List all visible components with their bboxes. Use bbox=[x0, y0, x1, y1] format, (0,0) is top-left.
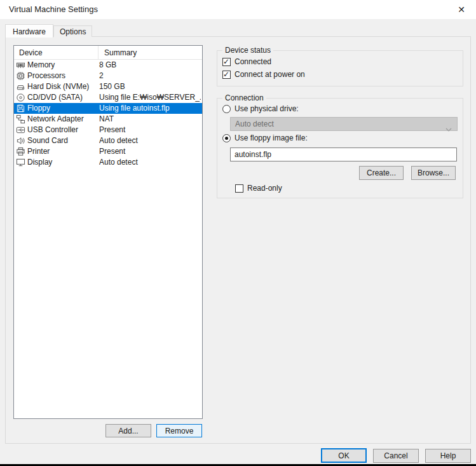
device-summary: 8 GB bbox=[99, 60, 201, 71]
list-item-processors[interactable]: Processors 2 bbox=[14, 71, 202, 81]
device-name: USB Controller bbox=[27, 125, 78, 135]
device-name: Display bbox=[27, 157, 52, 168]
connect-at-power-on-checkbox[interactable] bbox=[222, 71, 231, 79]
list-item-network-adapter[interactable]: Network Adapter NAT bbox=[14, 114, 202, 125]
device-name: Floppy bbox=[27, 103, 50, 114]
browse-button[interactable]: Browse... bbox=[411, 166, 456, 180]
device-name: Processors bbox=[27, 71, 65, 81]
close-icon[interactable]: ✕ bbox=[447, 0, 476, 19]
column-header-device: Device bbox=[19, 46, 43, 60]
read-only-checkbox-row: Read-only bbox=[235, 184, 282, 193]
tab-hardware[interactable]: Hardware bbox=[5, 24, 53, 38]
use-physical-drive-radio-row: Use physical drive: bbox=[222, 104, 299, 113]
hardware-tab-page: Device Summary Memory 8 GB Processors 2 bbox=[5, 36, 471, 444]
sound-card-icon bbox=[16, 136, 25, 146]
list-item-display[interactable]: Display Auto detect bbox=[14, 157, 202, 168]
device-summary: NAT bbox=[99, 114, 201, 125]
use-physical-drive-radio[interactable] bbox=[222, 105, 231, 113]
use-floppy-image-label: Use floppy image file: bbox=[235, 134, 308, 142]
connect-at-power-on-checkbox-row: Connect at power on bbox=[222, 70, 305, 79]
dialog-title: Virtual Machine Settings bbox=[9, 0, 98, 19]
device-summary: 2 bbox=[99, 71, 201, 81]
memory-icon bbox=[16, 60, 25, 70]
ok-button[interactable]: OK bbox=[321, 448, 367, 463]
connected-checkbox[interactable] bbox=[222, 58, 231, 66]
floppy-image-file-input[interactable] bbox=[230, 147, 457, 161]
hard-disk-icon bbox=[16, 82, 25, 92]
list-item-memory[interactable]: Memory 8 GB bbox=[14, 60, 202, 71]
device-summary: Present bbox=[99, 146, 201, 157]
list-item-hard-disk[interactable]: Hard Disk (NVMe) 150 GB bbox=[14, 81, 202, 92]
device-summary: Using file E:₩iso₩SERVER_... bbox=[99, 92, 201, 103]
connected-label: Connected bbox=[235, 57, 271, 66]
device-summary: Present bbox=[99, 125, 201, 135]
list-item-cd-dvd[interactable]: CD/DVD (SATA) Using file E:₩iso₩SERVER_.… bbox=[14, 92, 202, 103]
tab-strip: Hardware Options bbox=[5, 24, 92, 37]
list-item-usb-controller[interactable]: USB Controller Present bbox=[14, 125, 202, 135]
connection-legend: Connection bbox=[222, 93, 266, 102]
chevron-down-icon bbox=[445, 123, 452, 135]
add-device-button[interactable]: Add... bbox=[105, 424, 151, 437]
list-item-sound-card[interactable]: Sound Card Auto detect bbox=[14, 135, 202, 146]
remove-device-button[interactable]: Remove bbox=[156, 424, 202, 437]
virtual-machine-settings-dialog: Virtual Machine Settings ✕ Hardware Opti… bbox=[0, 0, 476, 466]
device-name: Memory bbox=[27, 60, 55, 71]
device-summary: Using file autoinst.flp bbox=[99, 103, 201, 114]
device-name: CD/DVD (SATA) bbox=[27, 92, 83, 103]
cancel-button[interactable]: Cancel bbox=[373, 449, 419, 463]
use-physical-drive-label: Use physical drive: bbox=[235, 104, 299, 113]
create-button[interactable]: Create... bbox=[359, 166, 404, 180]
device-status-group: Device status Connected Connect at power… bbox=[217, 50, 463, 86]
printer-icon bbox=[16, 147, 25, 156]
device-summary: Auto detect bbox=[99, 157, 201, 168]
column-divider bbox=[98, 46, 99, 60]
use-floppy-image-radio[interactable] bbox=[222, 134, 231, 142]
device-list-header: Device Summary bbox=[14, 46, 202, 60]
device-status-legend: Device status bbox=[222, 46, 273, 55]
usb-controller-icon bbox=[16, 125, 25, 135]
title-bar: Virtual Machine Settings ✕ bbox=[0, 0, 476, 19]
device-summary: 150 GB bbox=[99, 81, 201, 92]
use-floppy-image-radio-row: Use floppy image file: bbox=[222, 134, 308, 142]
processor-icon bbox=[16, 71, 25, 81]
column-header-summary: Summary bbox=[104, 46, 137, 60]
device-name: Network Adapter bbox=[27, 114, 84, 125]
device-rows: Memory 8 GB Processors 2 Hard Disk (NVMe… bbox=[14, 60, 202, 168]
device-name: Hard Disk (NVMe) bbox=[27, 81, 89, 92]
list-item-floppy[interactable]: Floppy Using file autoinst.flp bbox=[14, 103, 202, 114]
tab-options[interactable]: Options bbox=[53, 25, 92, 37]
list-item-printer[interactable]: Printer Present bbox=[14, 146, 202, 157]
physical-drive-select-value: Auto detect bbox=[235, 120, 274, 128]
read-only-label: Read-only bbox=[247, 184, 282, 193]
read-only-checkbox[interactable] bbox=[235, 184, 243, 193]
device-list: Device Summary Memory 8 GB Processors 2 bbox=[13, 45, 203, 419]
device-summary: Auto detect bbox=[99, 135, 201, 146]
display-icon bbox=[16, 158, 25, 167]
device-name: Sound Card bbox=[27, 135, 68, 146]
floppy-icon bbox=[16, 104, 25, 113]
connected-checkbox-row: Connected bbox=[222, 57, 271, 66]
connection-group: Connection Use physical drive: Auto dete… bbox=[217, 98, 463, 198]
physical-drive-select: Auto detect bbox=[230, 117, 458, 131]
device-name: Printer bbox=[27, 146, 50, 157]
network-adapter-icon bbox=[16, 114, 25, 124]
connect-at-power-on-label: Connect at power on bbox=[235, 70, 305, 79]
cd-dvd-icon bbox=[16, 93, 25, 102]
help-button[interactable]: Help bbox=[425, 449, 471, 463]
